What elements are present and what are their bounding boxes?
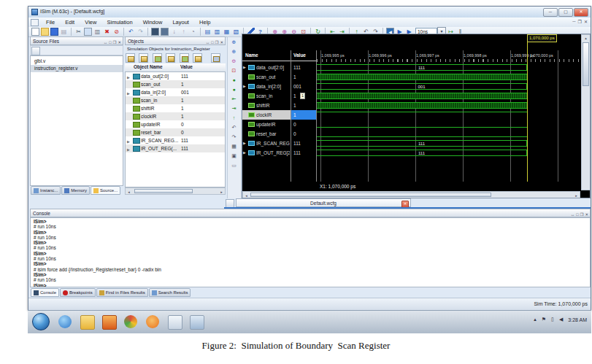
taskbar-app-button-active[interactable] [190,315,204,330]
tab-console[interactable]: Console [31,288,59,297]
redo-icon[interactable]: ↷ [229,133,239,142]
undo-icon[interactable]: ↶ [229,123,239,132]
wave-signal-row[interactable]: reset_bar [242,129,291,139]
source-files-header[interactable]: Source Files ↔ □ ❐ ✕ [30,36,123,45]
zoom-in-icon[interactable]: ⊕ [229,47,239,56]
delete-icon[interactable]: ✖ [103,28,111,36]
wave-signal-value-selected[interactable]: 1 [291,110,316,120]
arrow-up-icon[interactable]: ↑ [180,28,188,36]
wave-signal-row[interactable]: scan_out [242,72,291,82]
tray-clock[interactable]: 3:28 AM [568,317,587,322]
waveform-bus[interactable]: 111 [317,150,527,156]
close-icon[interactable]: ✕ [220,39,223,47]
wave-column-name[interactable]: Name [245,53,258,58]
print-icon[interactable]: ▤ [60,28,68,36]
object-row[interactable]: ▶IR_SCAN_REG...111 [126,136,225,144]
object-row[interactable]: clockIR1 [126,112,225,120]
wave-signal-value[interactable]: 1 [291,72,316,82]
object-row[interactable]: ▶data_in[2:0]001 [126,88,225,96]
goto-cursor-icon[interactable]: ⊡ [229,66,239,75]
wave-column-value[interactable]: Value [293,53,306,58]
wave-signal-value[interactable]: 0 [291,129,316,139]
menu-view[interactable]: View [80,18,101,26]
wave-signal-row[interactable]: scan_in [242,91,291,101]
paste-icon[interactable]: ▥ [93,28,101,36]
speaker-icon[interactable]: ◀ [559,317,563,322]
wave-signal-row[interactable]: ▶IR_SCAN_REG[2:0] [242,139,291,148]
column-value[interactable]: Value [180,63,193,71]
object-row[interactable]: scan_in1 [126,96,225,104]
object-row[interactable]: ▶IR_OUT_REG(...111 [126,144,225,152]
source-toolbar-button[interactable] [31,47,40,55]
explorer-folder-icon[interactable] [80,315,95,330]
menu-window[interactable]: Window [139,18,167,26]
wave-signal-value[interactable]: 1 [291,101,316,110]
tab-breakpoints[interactable]: Breakpoints [60,288,96,297]
scroll-left-icon[interactable]: ◂ [243,193,250,198]
stop-icon[interactable]: ⊘ [112,28,120,36]
maximize-icon[interactable]: ▢ [558,8,573,17]
open-folder-icon[interactable] [41,28,49,36]
layout-float-icon[interactable]: ▧ [232,28,240,36]
layout-tile-icon[interactable]: ▤ [204,28,212,36]
objects-toolbar-button[interactable] [211,53,220,63]
object-row[interactable]: scan_out1 [126,80,225,88]
cursor-time-flag[interactable]: 1,070,000 ps [527,34,557,42]
column-object-name[interactable]: Object Name [134,63,163,71]
title-bar[interactable]: ISim (M.63c) - [Default.wcfg] ─ ▢ ✕ [28,7,591,18]
console-header[interactable]: Console ↔ □ ❐ ✕ [30,209,591,217]
wave-signal-value[interactable]: 111 [291,148,316,158]
wave-signal-row[interactable]: ▶data_in[2:0] [242,82,291,91]
waveform-toggling[interactable] [317,102,527,109]
find-icon[interactable] [151,28,159,36]
object-row[interactable]: shiftIR1 [126,104,225,112]
arrow-down-icon[interactable]: ↓ [170,28,178,36]
next-transition-icon[interactable]: ⇥ [229,104,239,113]
snapshot-icon[interactable]: ▣ [229,152,239,160]
object-row[interactable]: ▶data_out[2:0]111 [126,72,225,80]
wave-horizontal-scrollbar[interactable]: ◂ ▸ [242,191,580,198]
copy-icon[interactable] [84,28,92,36]
tab-find-in-files-results[interactable]: Find in Files Results [96,288,148,297]
objects-toolbar-button[interactable] [193,53,202,63]
cut-icon[interactable]: ✂ [74,28,82,36]
waveform-toggling[interactable] [317,93,527,99]
time-cursor[interactable] [527,42,528,182]
tab-search-results[interactable]: Search Results [149,288,191,297]
wave-signal-value[interactable]: 0 [291,120,316,129]
chrome-icon[interactable] [124,315,137,328]
relaunch-icon[interactable]: ● [229,76,239,85]
minimize-icon[interactable]: ─ [543,8,558,17]
wave-signal-row-selected[interactable]: clockIR [242,110,291,120]
objects-toolbar-button[interactable] [166,53,175,63]
prev-transition-icon[interactable]: ⇤ [229,95,239,104]
zoom-cursor-icon[interactable]: ⊕ [229,38,239,47]
objects-toolbar-button[interactable] [153,53,162,63]
start-orb-icon[interactable] [32,313,50,330]
console-output[interactable]: ISim> # run 10ns ISim> # run 10ns ISim> … [30,217,591,287]
wave-signal-row[interactable]: shiftIR [242,101,291,110]
maximize-icon[interactable]: □ [211,39,213,47]
tab-source[interactable]: Source... [91,186,120,195]
wave-signal-row[interactable]: updateIR [242,120,291,129]
tab-memory[interactable]: Memory [61,186,90,195]
menu-simulation[interactable]: Simulation [103,18,137,26]
float-icon[interactable]: ❐ [215,39,218,47]
taskbar-app-button[interactable] [168,315,182,330]
scroll-right-icon[interactable]: ▸ [573,193,580,198]
object-row[interactable]: updateIR0 [126,120,225,128]
zoom-out-icon[interactable]: ⊖ [229,57,239,66]
waveform-bus[interactable]: 001 [317,83,527,90]
wave-signal-row[interactable]: ▶IR_OUT_REG[2:0] [242,148,291,158]
dock-arrows-icon[interactable]: ↔ [206,39,210,47]
run-all-icon[interactable]: ● [229,85,239,94]
wave-signal-row[interactable]: ▶data_out[2:0] [242,63,291,72]
find-in-files-icon[interactable] [161,28,169,36]
flag-icon[interactable]: ⚑ [542,317,546,322]
media-player-icon[interactable] [102,315,117,330]
waveform-low[interactable] [317,127,527,128]
marker-icon[interactable]: ▦ [229,142,239,151]
scroll-left-icon[interactable]: ◂ [126,189,132,195]
waveform-bus[interactable]: 111 [317,140,527,147]
object-row[interactable]: reset_bar0 [126,128,225,136]
